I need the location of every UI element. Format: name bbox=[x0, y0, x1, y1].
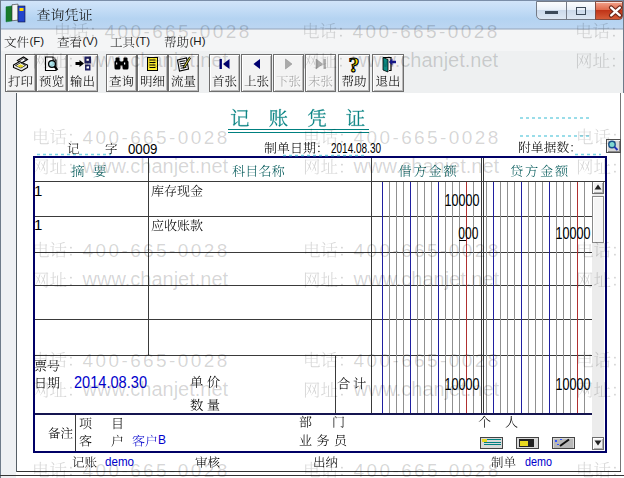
svg-text:www.chanjet.net: www.chanjet.net bbox=[352, 49, 499, 71]
svg-text:400-665-0028: 400-665-0028 bbox=[83, 460, 230, 478]
svg-text:www.chanjet.net: www.chanjet.net bbox=[82, 268, 229, 290]
svg-text:400-665-0028: 400-665-0028 bbox=[83, 240, 230, 261]
svg-text:400-665-0028: 400-665-0028 bbox=[83, 350, 230, 371]
svg-text:www.chanjet.net: www.chanjet.net bbox=[353, 378, 500, 400]
svg-text:www.chanjet.net: www.chanjet.net bbox=[82, 49, 229, 71]
svg-text:(V): (V) bbox=[83, 35, 99, 47]
svg-text:www.chanjet.net: www.chanjet.net bbox=[353, 268, 500, 290]
svg-text:400-665-0028: 400-665-0028 bbox=[354, 127, 501, 148]
svg-text:demo: demo bbox=[525, 455, 552, 469]
svg-text:10000: 10000 bbox=[556, 374, 591, 394]
svg-text:400-665-0028: 400-665-0028 bbox=[354, 460, 501, 478]
svg-text:1: 1 bbox=[34, 216, 42, 233]
svg-text:(F): (F) bbox=[30, 35, 45, 47]
svg-text:400-665-0028: 400-665-0028 bbox=[354, 240, 501, 261]
svg-text:400-665-0028: 400-665-0028 bbox=[105, 21, 252, 42]
svg-text:www.chanjet.net: www.chanjet.net bbox=[82, 155, 229, 177]
svg-text:400-665-0028: 400-665-0028 bbox=[353, 21, 500, 42]
svg-text:www.chanjet.net: www.chanjet.net bbox=[82, 378, 229, 400]
svg-text:B: B bbox=[158, 433, 166, 447]
svg-text:1: 1 bbox=[34, 182, 42, 199]
svg-text:400-665-0028: 400-665-0028 bbox=[83, 127, 230, 148]
svg-text:10000: 10000 bbox=[445, 190, 480, 210]
svg-text:400-665-0028: 400-665-0028 bbox=[354, 350, 501, 371]
svg-text:www.chanjet.net: www.chanjet.net bbox=[353, 155, 500, 177]
svg-text:10000: 10000 bbox=[556, 223, 591, 243]
